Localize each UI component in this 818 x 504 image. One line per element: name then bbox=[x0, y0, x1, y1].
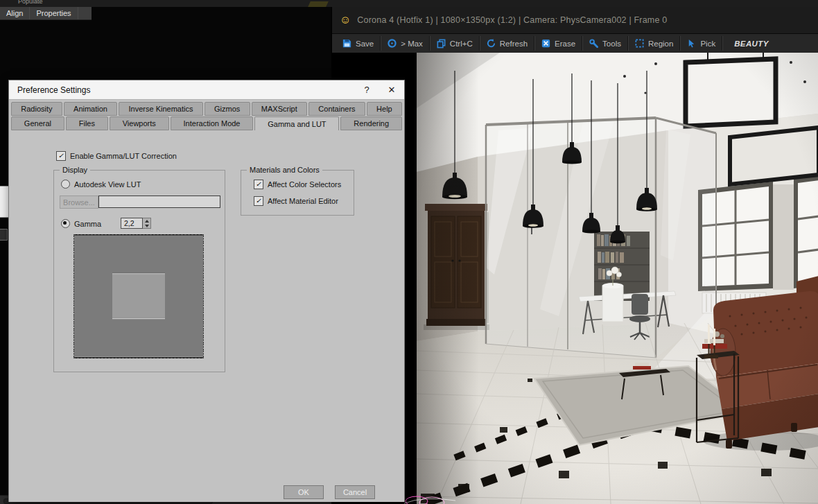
gamma-spinner-arrows[interactable] bbox=[143, 218, 151, 229]
menu-item-align[interactable]: Align bbox=[0, 7, 30, 19]
check-icon: ✓ bbox=[256, 181, 261, 188]
tab-animation[interactable]: Animation bbox=[64, 102, 117, 116]
screen: Populate Align Properties ☺ Corona 4 (Ho… bbox=[0, 0, 818, 504]
dialog-title: Preference Settings bbox=[17, 85, 354, 95]
corona-toolbar: Save > Max Ctrl+C Refresh Erase bbox=[332, 34, 818, 53]
erase-button[interactable]: Erase bbox=[534, 34, 582, 53]
render-scene bbox=[417, 53, 818, 504]
affect-color-selectors-label: Affect Color Selectors bbox=[268, 180, 341, 189]
autodesk-lut-row: Autodesk View LUT bbox=[61, 180, 141, 189]
pick-button[interactable]: Pick bbox=[680, 34, 722, 53]
affect-color-selectors-checkbox[interactable]: ✓ bbox=[254, 180, 263, 189]
to-max-button[interactable]: > Max bbox=[381, 34, 429, 53]
refresh-label: Refresh bbox=[500, 40, 528, 48]
populate-menu-fragment: Populate bbox=[18, 0, 43, 5]
dialog-titlebar[interactable]: Preference Settings ? ✕ bbox=[9, 80, 404, 100]
erase-icon bbox=[541, 38, 551, 49]
corona-title-text: Corona 4 (Hotfix 1) | 1080×1350px (1:2) … bbox=[357, 15, 667, 25]
region-button[interactable]: Region bbox=[628, 34, 679, 53]
materials-group-legend: Materials and Colors bbox=[247, 166, 322, 174]
check-icon: ✓ bbox=[256, 198, 261, 205]
browse-button[interactable]: Browse... bbox=[60, 195, 98, 209]
tab-gamma-and-lut[interactable]: Gamma and LUT bbox=[254, 116, 339, 131]
save-label: Save bbox=[356, 40, 374, 48]
corona-smiley-icon: ☺ bbox=[340, 15, 351, 26]
tab-files[interactable]: Files bbox=[66, 116, 108, 130]
check-icon: ✓ bbox=[58, 153, 64, 159]
tab-general[interactable]: General bbox=[11, 116, 64, 130]
gamma-spinner: 2,2 bbox=[121, 218, 151, 229]
viewport-wireframe-fragment bbox=[403, 494, 457, 504]
viewport-fragment bbox=[308, 1, 329, 7]
tab-viewports[interactable]: Viewports bbox=[110, 116, 169, 130]
enable-gamma-checkbox[interactable]: ✓ bbox=[56, 151, 66, 161]
tab-interaction-mode[interactable]: Interaction Mode bbox=[171, 116, 254, 130]
preference-settings-dialog: Preference Settings ? ✕ Radiosity Animat… bbox=[8, 80, 405, 502]
top-window-strip: Populate bbox=[0, 0, 818, 7]
region-label: Region bbox=[648, 40, 673, 48]
cancel-button[interactable]: Cancel bbox=[335, 485, 375, 499]
tools-button[interactable]: Tools bbox=[582, 34, 627, 53]
gamma-value[interactable]: 2,2 bbox=[121, 218, 143, 229]
help-button[interactable]: ? bbox=[354, 80, 379, 99]
corona-titlebar[interactable]: ☺ Corona 4 (Hotfix 1) | 1080×1350px (1:2… bbox=[332, 7, 818, 34]
autodesk-lut-radio[interactable] bbox=[61, 180, 70, 189]
tab-strip: Radiosity Animation Inverse Kinematics G… bbox=[9, 100, 404, 130]
pick-icon bbox=[686, 38, 697, 49]
tools-icon bbox=[589, 38, 599, 49]
menu-item-properties[interactable]: Properties bbox=[30, 7, 78, 19]
refresh-button[interactable]: Refresh bbox=[480, 34, 534, 53]
enable-gamma-row: ✓ Enable Gamma/LUT Correction bbox=[56, 151, 177, 161]
tab-containers[interactable]: Containers bbox=[308, 102, 365, 116]
gamma-label: Gamma bbox=[74, 220, 101, 228]
tab-inverse-kinematics[interactable]: Inverse Kinematics bbox=[119, 102, 202, 116]
affect-material-editor-checkbox[interactable]: ✓ bbox=[254, 196, 263, 206]
save-icon bbox=[342, 38, 352, 49]
close-icon[interactable]: ✕ bbox=[379, 80, 404, 99]
gamma-row: Gamma bbox=[61, 219, 101, 228]
gamma-lut-panel: ✓ Enable Gamma/LUT Correction Display Au… bbox=[9, 130, 404, 502]
pick-label: Pick bbox=[700, 40, 715, 48]
tab-row-1: Radiosity Animation Inverse Kinematics G… bbox=[11, 102, 402, 116]
menu-bar: Align Properties bbox=[0, 7, 92, 20]
tab-help[interactable]: Help bbox=[367, 102, 402, 116]
tab-radiosity[interactable]: Radiosity bbox=[11, 102, 62, 116]
affect-color-selectors-row: ✓ Affect Color Selectors bbox=[254, 180, 341, 189]
refresh-icon bbox=[486, 38, 496, 49]
gamma-reference-square bbox=[112, 274, 165, 319]
render-pass-selector[interactable]: BEAUTY bbox=[728, 34, 775, 53]
lut-path-field[interactable] bbox=[98, 195, 220, 208]
display-group: Display Autodesk View LUT Browse... Gamm… bbox=[53, 170, 225, 372]
tab-row-2: General Files Viewports Interaction Mode… bbox=[11, 116, 402, 130]
erase-label: Erase bbox=[555, 40, 575, 48]
display-group-legend: Display bbox=[60, 166, 90, 174]
materials-group: Materials and Colors ✓ Affect Color Sele… bbox=[241, 170, 354, 216]
spinner-up-icon[interactable] bbox=[143, 218, 150, 223]
autodesk-lut-label: Autodesk View LUT bbox=[74, 180, 141, 189]
tools-label: Tools bbox=[602, 40, 621, 48]
corona-icon bbox=[387, 38, 397, 49]
affect-material-editor-label: Affect Material Editor bbox=[268, 197, 338, 205]
left-icon-fragment bbox=[0, 229, 8, 241]
to-max-label: > Max bbox=[401, 40, 423, 48]
region-icon bbox=[634, 38, 645, 49]
tab-maxscript[interactable]: MAXScript bbox=[252, 102, 308, 116]
toolbar-separator bbox=[722, 36, 722, 51]
copy-button[interactable]: Ctrl+C bbox=[430, 34, 479, 53]
copy-label: Ctrl+C bbox=[450, 40, 473, 48]
copy-icon bbox=[436, 38, 446, 49]
corona-render-viewport[interactable] bbox=[332, 53, 818, 504]
tab-gizmos[interactable]: Gizmos bbox=[204, 102, 250, 116]
ok-button[interactable]: OK bbox=[284, 485, 324, 499]
spinner-down-icon[interactable] bbox=[143, 223, 150, 228]
affect-material-editor-row: ✓ Affect Material Editor bbox=[254, 196, 338, 206]
save-button[interactable]: Save bbox=[336, 34, 380, 53]
gamma-radio[interactable] bbox=[61, 219, 70, 228]
gamma-calibration-pattern bbox=[73, 234, 204, 358]
tab-rendering[interactable]: Rendering bbox=[340, 116, 402, 130]
enable-gamma-label: Enable Gamma/LUT Correction bbox=[70, 152, 177, 160]
